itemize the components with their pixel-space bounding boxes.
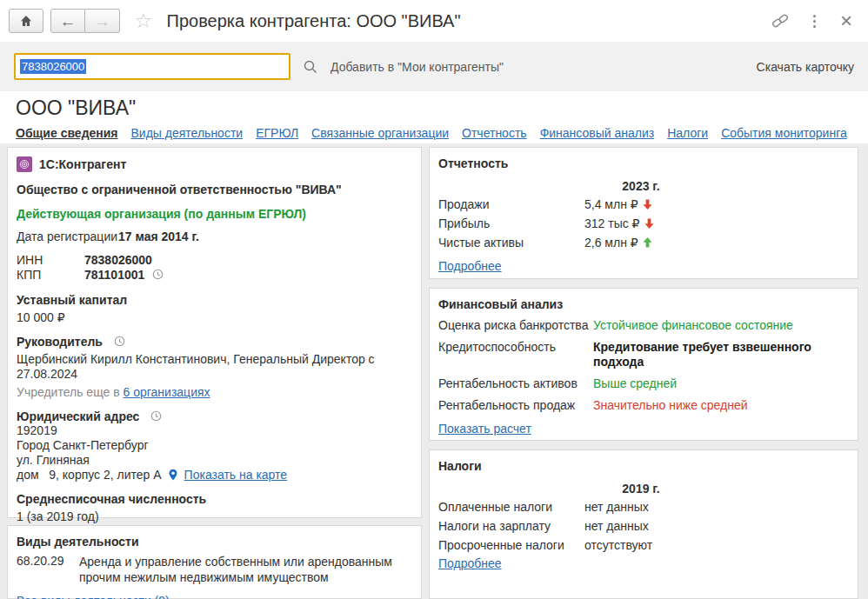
finance-row: Рентабельность продаж Значительно ниже с… — [438, 398, 849, 413]
content-area: 1С:Контрагент Общество с ограниченной от… — [0, 143, 868, 599]
reporting-row-value: 312 тыс ₽ — [584, 216, 640, 230]
tab-taxes[interactable]: Налоги — [667, 126, 708, 140]
reporting-row: Продажи 5,4 млн ₽ — [438, 197, 849, 212]
taxes-more-link[interactable]: Подробнее — [438, 556, 502, 570]
headcount-label: Среднесписочная численность — [17, 492, 206, 506]
activities-card: Виды деятельности 68.20.29 Аренда и упра… — [7, 525, 422, 599]
taxes-year: 2019 г. — [584, 482, 698, 496]
home-icon — [19, 14, 33, 28]
favorite-star-icon[interactable]: ☆ — [134, 10, 153, 31]
nav-buttons: ← → — [50, 9, 120, 33]
add-to-my-counterparties-button[interactable]: Добавить в "Мои контрагенты" — [331, 60, 504, 74]
status-badge: Действующая организация (по данным ЕГРЮЛ… — [17, 207, 306, 221]
finance-row-label: Рентабельность активов — [438, 376, 593, 391]
address-postcode: 192019 — [17, 423, 412, 438]
taxes-card: Налоги 2019 г. Оплаченные налоги нет дан… — [429, 449, 858, 599]
reporting-year: 2023 г. — [584, 179, 698, 193]
tab-reporting[interactable]: Отчетность — [462, 126, 527, 140]
menu-kebab-icon[interactable] — [811, 13, 818, 30]
tab-monitoring-events[interactable]: События мониторинга — [721, 126, 847, 140]
show-on-map-link[interactable]: Показать на карте — [184, 468, 288, 482]
tab-related-orgs[interactable]: Связанные организации — [311, 126, 449, 140]
inn-value: 7838026000 — [84, 253, 152, 267]
capital-value: 10 000 ₽ — [17, 310, 412, 324]
taxes-row-label: Налоги на зарплату — [438, 519, 584, 534]
taxes-row-value: нет данных — [584, 519, 698, 533]
home-button[interactable] — [9, 9, 43, 33]
taxes-row: Просроченные налоги отсутствуют — [438, 538, 849, 553]
activity-description: Аренда и управление собственным или арен… — [79, 554, 412, 585]
search-icon[interactable] — [303, 59, 318, 75]
kpp-value: 781101001 — [84, 268, 144, 282]
activity-code: 68.20.29 — [17, 554, 79, 585]
map-pin-icon — [167, 468, 179, 482]
finance-row: Кредитоспособность Кредитование требует … — [438, 340, 849, 369]
forward-arrow-icon: → — [94, 13, 110, 30]
general-info-card: 1С:Контрагент Общество с ограниченной от… — [7, 147, 422, 518]
toolbar-right: × — [771, 10, 852, 31]
show-calculation-link[interactable]: Показать расчет — [438, 422, 531, 436]
address-street: ул. Глиняная — [17, 453, 412, 468]
reporting-title: Отчетность — [438, 156, 849, 170]
history-icon[interactable] — [151, 268, 164, 281]
reg-date-label: Дата регистрации — [17, 230, 118, 244]
reporting-row: Прибыль 312 тыс ₽ — [438, 216, 849, 231]
founder-orgs-link[interactable]: 6 организациях — [124, 385, 210, 399]
tab-general[interactable]: Общие сведения — [16, 126, 118, 140]
finance-row-value: Значительно ниже средней — [593, 398, 849, 413]
taxes-row-value: отсутствуют — [584, 538, 698, 552]
back-button[interactable]: ← — [50, 9, 85, 33]
service-name: 1С:Контрагент — [39, 157, 126, 171]
reporting-row-label: Прибыль — [438, 216, 584, 231]
trend-up-icon — [642, 236, 653, 249]
1c-kontragent-icon — [17, 156, 32, 172]
tab-financial-analysis[interactable]: Финансовый анализ — [540, 126, 655, 140]
trend-down-icon — [642, 198, 653, 210]
page-header: ООО "ВИВА" Общие сведения Виды деятельно… — [0, 91, 868, 143]
download-card-button[interactable]: Скачать карточку — [757, 60, 854, 74]
window-title: Проверка контрагента: ООО "ВИВА" — [167, 11, 461, 31]
inn-label: ИНН — [17, 253, 84, 268]
taxes-row-label: Просроченные налоги — [438, 538, 584, 553]
finance-row-label: Кредитоспособность — [438, 340, 593, 355]
finance-row: Рентабельность активов Выше средней — [438, 376, 849, 391]
history-icon[interactable] — [150, 409, 163, 423]
headcount-value: 1 (за 2019 год) — [17, 509, 412, 523]
company-title: ООО "ВИВА" — [16, 97, 852, 120]
taxes-row: Налоги на зарплату нет данных — [438, 519, 849, 534]
reporting-card: Отчетность 2023 г. Продажи 5,4 млн ₽ При… — [429, 147, 858, 279]
search-input[interactable]: 7838026000 — [14, 53, 290, 80]
reg-date-value: 17 мая 2014 г. — [118, 230, 199, 243]
taxes-row-value: нет данных — [584, 500, 698, 514]
reporting-row-value: 5,4 млн ₽ — [584, 197, 638, 211]
finance-row-value: Устойчивое финансовое состояние — [593, 318, 849, 333]
tab-egrul[interactable]: ЕГРЮЛ — [256, 126, 298, 140]
founder-note: Учредитель еще в — [17, 385, 124, 399]
reporting-more-link[interactable]: Подробнее — [438, 259, 502, 273]
finance-row: Оценка риска банкротства Устойчивое фина… — [438, 318, 849, 333]
trend-down-icon — [644, 217, 655, 230]
all-activities-link[interactable]: Все виды деятельности (9) — [17, 594, 170, 599]
history-icon[interactable] — [113, 335, 126, 348]
finance-row-label: Оценка риска банкротства — [438, 318, 593, 333]
finance-row-label: Рентабельность продаж — [438, 398, 593, 413]
window-toolbar: ← → ☆ Проверка контрагента: ООО "ВИВА" × — [0, 0, 868, 42]
reporting-row-label: Продажи — [438, 197, 584, 212]
activities-title: Виды деятельности — [17, 535, 139, 549]
reporting-row-label: Чистые активы — [438, 236, 584, 250]
address-label: Юридический адрес — [17, 409, 139, 423]
search-band: 7838026000 Добавить в "Мои контрагенты" … — [0, 42, 868, 91]
address-house: дом 9, корпус 2, литер А — [17, 468, 162, 482]
company-full-name: Общество с ограниченной ответственностью… — [17, 183, 342, 196]
finance-title: Финансовый анализ — [438, 297, 849, 311]
taxes-row-label: Оплаченные налоги — [438, 500, 584, 515]
forward-button[interactable]: → — [85, 9, 120, 33]
tab-bar: Общие сведения Виды деятельности ЕГРЮЛ С… — [16, 126, 852, 140]
reporting-row: Чистые активы 2,6 млн ₽ — [438, 236, 849, 250]
back-arrow-icon: ← — [60, 13, 77, 30]
head-label: Руководитель — [17, 335, 103, 349]
finance-row-value: Кредитование требует взвешенного подхода — [593, 340, 849, 369]
close-icon[interactable]: × — [840, 10, 852, 31]
link-icon[interactable] — [771, 13, 789, 29]
tab-activities[interactable]: Виды деятельности — [131, 126, 244, 140]
